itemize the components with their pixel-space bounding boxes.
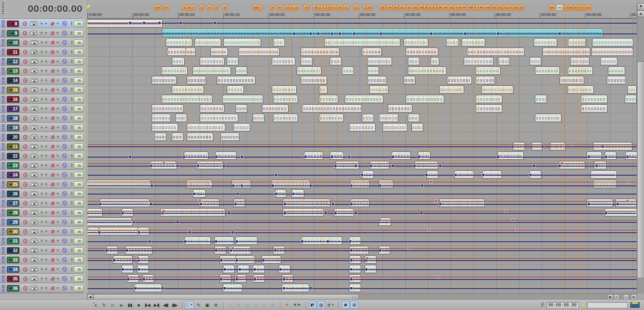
audio-clip[interactable]: [342, 67, 354, 75]
solo-button[interactable]: !: [71, 68, 73, 73]
envelope-node[interactable]: [560, 162, 563, 165]
chevron-down-icon[interactable]: ▼: [56, 51, 59, 53]
envelope-node[interactable]: [198, 200, 201, 203]
chevron-down-icon[interactable]: ▼: [45, 79, 48, 82]
record-arm-button[interactable]: [23, 201, 27, 206]
audio-clip[interactable]: [476, 67, 501, 75]
envelope-node[interactable]: [235, 275, 238, 278]
trim-button[interactable]: ⊞: [235, 301, 243, 309]
envelope-node[interactable]: [232, 184, 235, 187]
track-lane[interactable]: [87, 123, 637, 132]
insert-fx-button[interactable]: +: [40, 21, 43, 26]
track-envelope-icon[interactable]: [31, 154, 37, 158]
insert-fx-button[interactable]: +: [40, 40, 43, 45]
insert-fx-button[interactable]: +: [40, 267, 43, 271]
marker-tag[interactable]: 46: [478, 5, 485, 10]
vertical-scrollbar[interactable]: ⚑ ▲: [637, 3, 644, 294]
envelope-node[interactable]: [504, 210, 507, 213]
track-number-badge[interactable]: ◄10: [7, 40, 19, 46]
track-header-row[interactable]: ◄14 +▼ ▼ ! 36.: [0, 76, 84, 85]
chevron-down-icon[interactable]: ▼: [45, 230, 48, 233]
solo-button[interactable]: !: [71, 163, 73, 168]
track-level-value[interactable]: 36.: [74, 134, 83, 140]
audio-clip[interactable]: [197, 161, 223, 169]
envelope-node[interactable]: [309, 184, 312, 187]
envelope-node[interactable]: [541, 145, 544, 148]
mute-button[interactable]: [62, 238, 67, 243]
envelope-line[interactable]: [87, 288, 637, 289]
envelope-line[interactable]: [87, 146, 637, 147]
track-number-badge[interactable]: ◄30: [7, 228, 19, 235]
track-envelope-icon[interactable]: [31, 248, 37, 252]
audio-clip[interactable]: [235, 237, 258, 245]
marker-tag[interactable]: 28: [379, 5, 386, 10]
track-size-buttons[interactable]: [1, 67, 6, 75]
track-fx-button[interactable]: [51, 97, 55, 101]
chevron-down-icon[interactable]: ▼: [45, 117, 48, 119]
track-level-value[interactable]: 36.: [74, 285, 83, 291]
chevron-down-icon[interactable]: ▼: [56, 258, 59, 261]
track-envelope-icon[interactable]: [31, 173, 37, 177]
solo-button[interactable]: !: [71, 106, 73, 111]
toolbar-grip-handle[interactable]: [2, 3, 4, 15]
envelope-node[interactable]: [420, 212, 423, 215]
mute-button[interactable]: [62, 125, 67, 130]
track-level-value[interactable]: 36.: [74, 181, 83, 187]
track-fx-button[interactable]: [51, 173, 55, 177]
chevron-down-icon[interactable]: ▼: [56, 192, 59, 195]
envelope-node[interactable]: [179, 21, 182, 24]
envelope-node[interactable]: [112, 259, 115, 262]
marker-tag[interactable]: 50: [491, 5, 498, 10]
envelope-node[interactable]: [369, 164, 372, 167]
audio-clip[interactable]: [568, 67, 593, 75]
track-lane[interactable]: [87, 208, 637, 217]
insert-fx-button[interactable]: +: [40, 125, 43, 130]
envelope-node[interactable]: [354, 212, 357, 215]
envelope-node[interactable]: [439, 164, 442, 167]
envelope-node[interactable]: [223, 287, 226, 290]
envelope-node[interactable]: [324, 212, 327, 215]
mute-button[interactable]: [62, 248, 67, 253]
lock-button[interactable]: ⊠: [269, 301, 277, 309]
marker-bar[interactable]: 6667119234566878911121310161522216172021…: [87, 3, 637, 12]
track-envelope-icon[interactable]: [31, 59, 37, 64]
envelope-node[interactable]: [350, 184, 353, 187]
chevron-down-icon[interactable]: ▼: [45, 268, 48, 270]
insert-fx-button[interactable]: +: [40, 59, 43, 64]
solo-button[interactable]: !: [71, 21, 73, 26]
audio-clip[interactable]: [87, 180, 151, 188]
envelope-node[interactable]: [184, 240, 187, 243]
track-size-buttons[interactable]: [1, 115, 6, 122]
marker-tag[interactable]: 31: [399, 5, 405, 10]
track-lane[interactable]: [87, 104, 637, 113]
track-lane[interactable]: [87, 19, 637, 28]
record-arm-button[interactable]: [23, 210, 27, 215]
envelope-line[interactable]: [87, 277, 637, 277]
envelope-node[interactable]: [497, 155, 500, 158]
track-fx-button[interactable]: [51, 154, 55, 158]
envelope-node[interactable]: [334, 212, 337, 215]
track-level-value[interactable]: 36.: [74, 238, 83, 244]
next-frame-button[interactable]: ▮▶: [171, 301, 179, 309]
mute-button[interactable]: [62, 191, 67, 196]
track-lane[interactable]: [87, 38, 637, 47]
chevron-down-icon[interactable]: ▼: [45, 173, 48, 176]
record-arm-button[interactable]: [23, 125, 27, 130]
chevron-down-icon[interactable]: ▼: [56, 249, 59, 252]
marker-tag[interactable]: 30: [392, 5, 399, 10]
envelope-node[interactable]: [350, 203, 353, 206]
envelope-node[interactable]: [158, 21, 161, 24]
mute-button[interactable]: [62, 87, 67, 92]
envelope-node[interactable]: [425, 173, 428, 176]
chevron-down-icon[interactable]: ▼: [45, 22, 47, 25]
envelope-node[interactable]: [605, 155, 608, 158]
envelope-node[interactable]: [429, 180, 432, 183]
chevron-down-icon[interactable]: ▼: [56, 107, 59, 110]
envelope-node[interactable]: [439, 203, 442, 206]
record-arm-button[interactable]: [23, 21, 27, 26]
track-level-value[interactable]: 36.: [74, 115, 83, 121]
chevron-down-icon[interactable]: ▼: [56, 173, 59, 176]
marker-tag[interactable]: 56: [556, 5, 563, 10]
selection-tool-button[interactable]: ▣: [204, 301, 211, 309]
envelope-node[interactable]: [215, 249, 218, 252]
